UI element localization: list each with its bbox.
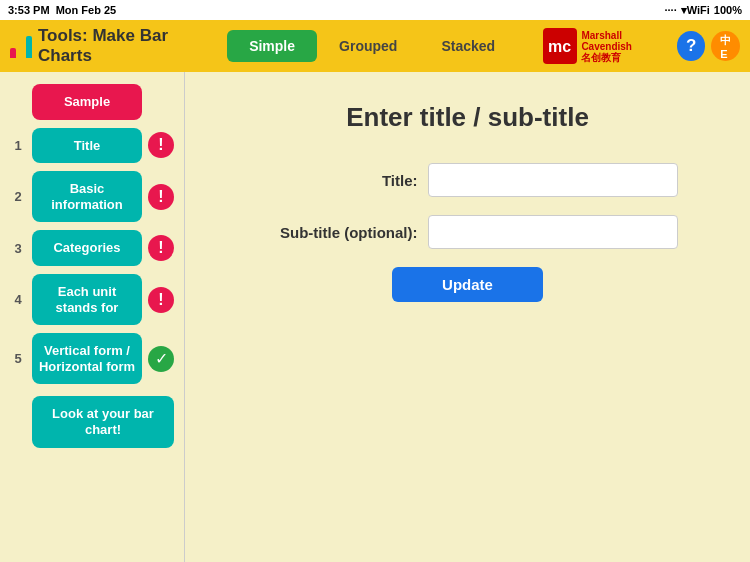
sidebar-btn-unit[interactable]: Each unit stands for bbox=[32, 274, 142, 325]
sidebar-item-categories: 3 Categories ! bbox=[10, 230, 174, 266]
update-button[interactable]: Update bbox=[392, 267, 543, 302]
wifi-icon: ▾WiFi bbox=[681, 4, 710, 17]
subtitle-input[interactable] bbox=[428, 215, 678, 249]
sidebar-btn-categories[interactable]: Categories bbox=[32, 230, 142, 266]
look-btn-wrapper: Look at your bar chart! bbox=[10, 392, 174, 447]
content-area: Enter title / sub-title Title: Sub-title… bbox=[185, 72, 750, 562]
signal-icon: ···· bbox=[665, 4, 677, 16]
mc-text: Marshall Cavendish 名创教育 bbox=[581, 30, 670, 63]
nav-tabs: Simple Grouped Stacked bbox=[227, 30, 517, 62]
nav-bar: Tools: Make Bar Charts Simple Grouped St… bbox=[0, 20, 750, 72]
sidebar-sample-row: Sample bbox=[10, 84, 174, 120]
alert-icon-4: ! bbox=[148, 287, 174, 313]
tab-grouped[interactable]: Grouped bbox=[317, 30, 419, 62]
sidebar-item-unit: 4 Each unit stands for ! bbox=[10, 274, 174, 325]
sidebar-btn-basic-info[interactable]: Basic information bbox=[32, 171, 142, 222]
look-chart-button[interactable]: Look at your bar chart! bbox=[32, 396, 174, 447]
content-title: Enter title / sub-title bbox=[225, 102, 710, 133]
status-bar: 3:53 PM Mon Feb 25 ···· ▾WiFi 100% bbox=[0, 0, 750, 20]
check-icon-5: ✓ bbox=[148, 346, 174, 372]
sidebar-num-4: 4 bbox=[10, 292, 26, 307]
sidebar: Sample 1 Title ! 2 Basic information ! 3… bbox=[0, 72, 185, 562]
sample-button[interactable]: Sample bbox=[32, 84, 142, 120]
status-right: ···· ▾WiFi 100% bbox=[665, 4, 743, 17]
mc-brand-icon: mc bbox=[543, 28, 577, 64]
title-input[interactable] bbox=[428, 163, 678, 197]
sidebar-num-5: 5 bbox=[10, 351, 26, 366]
sidebar-num-2: 2 bbox=[10, 189, 26, 204]
alert-icon-2: ! bbox=[148, 184, 174, 210]
bar-chart-icon bbox=[10, 34, 32, 58]
battery-icon: 100% bbox=[714, 4, 742, 16]
title-row: Title: bbox=[225, 163, 710, 197]
svg-text:mc: mc bbox=[548, 38, 571, 55]
help-button[interactable]: ? bbox=[677, 31, 706, 61]
language-button[interactable]: 中E bbox=[711, 31, 740, 61]
sidebar-num-1: 1 bbox=[10, 138, 26, 153]
status-time: 3:53 PM Mon Feb 25 bbox=[8, 4, 116, 16]
sidebar-btn-title[interactable]: Title bbox=[32, 128, 142, 164]
sidebar-item-orientation: 5 Vertical form / Horizontal form ✓ bbox=[10, 333, 174, 384]
tab-stacked[interactable]: Stacked bbox=[419, 30, 517, 62]
sidebar-item-title: 1 Title ! bbox=[10, 128, 174, 164]
mc-logo: mc Marshall Cavendish 名创教育 bbox=[543, 28, 671, 64]
alert-icon-3: ! bbox=[148, 235, 174, 261]
title-label: Title: bbox=[258, 172, 418, 189]
nav-right: mc Marshall Cavendish 名创教育 ? 中E bbox=[543, 28, 740, 64]
main-layout: Sample 1 Title ! 2 Basic information ! 3… bbox=[0, 72, 750, 562]
sidebar-item-basic-info: 2 Basic information ! bbox=[10, 171, 174, 222]
alert-icon-1: ! bbox=[148, 132, 174, 158]
app-title: Tools: Make Bar Charts bbox=[38, 26, 217, 66]
subtitle-row: Sub-title (optional): bbox=[225, 215, 710, 249]
sidebar-btn-orientation[interactable]: Vertical form / Horizontal form bbox=[32, 333, 142, 384]
tab-simple[interactable]: Simple bbox=[227, 30, 317, 62]
app-logo: Tools: Make Bar Charts bbox=[10, 26, 217, 66]
sidebar-num-3: 3 bbox=[10, 241, 26, 256]
subtitle-label: Sub-title (optional): bbox=[258, 224, 418, 241]
